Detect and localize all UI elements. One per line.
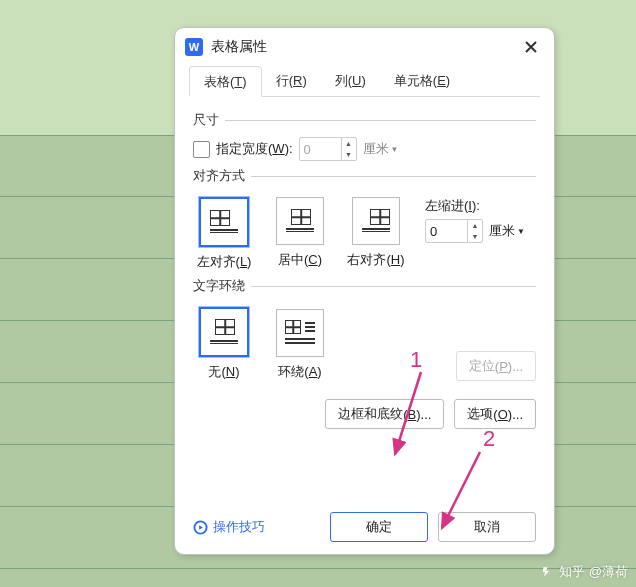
- align-center-option[interactable]: [276, 197, 324, 245]
- specify-width-checkbox[interactable]: [193, 141, 210, 158]
- alignment-legend: 对齐方式: [193, 167, 251, 185]
- align-right-label: 右对齐(H): [347, 251, 404, 269]
- size-legend: 尺寸: [193, 111, 225, 129]
- ok-button[interactable]: 确定: [330, 512, 428, 542]
- borders-shading-button[interactable]: 边框和底纹(B)...: [325, 399, 444, 429]
- specify-width-label: 指定宽度(W):: [216, 140, 293, 158]
- indent-unit-dropdown[interactable]: 厘米▼: [489, 222, 525, 240]
- width-unit-dropdown[interactable]: 厘米▼: [363, 140, 399, 158]
- tab-table[interactable]: 表格(T): [189, 66, 262, 97]
- position-button: 定位(P)...: [456, 351, 536, 381]
- indent-spinner[interactable]: ▲▼: [467, 220, 482, 242]
- size-group: 尺寸 指定宽度(W): 0 ▲▼ 厘米▼: [193, 111, 536, 161]
- wrap-none-label: 无(N): [208, 363, 239, 381]
- zhihu-icon: [541, 565, 555, 579]
- watermark: 知乎 @薄荷: [541, 563, 628, 581]
- cancel-button[interactable]: 取消: [438, 512, 536, 542]
- wrap-around-option[interactable]: [276, 309, 324, 357]
- close-icon: [524, 40, 538, 54]
- width-input[interactable]: 0 ▲▼: [299, 137, 357, 161]
- align-left-option[interactable]: [199, 197, 249, 247]
- wrap-group: 文字环绕 无(N): [193, 277, 536, 381]
- alignment-group: 对齐方式 左对齐(L) 居中(C) 右对齐(H) 左缩进(I):: [193, 167, 536, 271]
- play-circle-icon: [193, 520, 208, 535]
- indent-label: 左缩进(I):: [425, 197, 525, 215]
- tab-column[interactable]: 列(U): [321, 66, 380, 96]
- wrap-legend: 文字环绕: [193, 277, 251, 295]
- tab-bar: 表格(T) 行(R) 列(U) 单元格(E): [189, 66, 540, 97]
- table-properties-dialog: W 表格属性 表格(T) 行(R) 列(U) 单元格(E) 尺寸 指定宽度(W)…: [174, 27, 555, 555]
- indent-input[interactable]: 0 ▲▼: [425, 219, 483, 243]
- titlebar: W 表格属性: [175, 28, 554, 66]
- app-icon: W: [185, 38, 203, 56]
- wrap-none-option[interactable]: [199, 307, 249, 357]
- align-right-option[interactable]: [352, 197, 400, 245]
- options-button[interactable]: 选项(O)...: [454, 399, 536, 429]
- dialog-title: 表格属性: [211, 38, 518, 56]
- close-button[interactable]: [518, 34, 544, 60]
- dialog-body: 尺寸 指定宽度(W): 0 ▲▼ 厘米▼ 对齐方式 左对齐(L): [175, 97, 554, 429]
- width-spinner[interactable]: ▲▼: [341, 138, 356, 160]
- tips-link[interactable]: 操作技巧: [193, 518, 265, 536]
- wrap-around-label: 环绕(A): [278, 363, 321, 381]
- dialog-footer: 操作技巧 确定 取消: [175, 512, 554, 542]
- align-center-label: 居中(C): [278, 251, 322, 269]
- align-left-label: 左对齐(L): [197, 253, 252, 271]
- tab-row[interactable]: 行(R): [262, 66, 321, 96]
- tab-cell[interactable]: 单元格(E): [380, 66, 464, 96]
